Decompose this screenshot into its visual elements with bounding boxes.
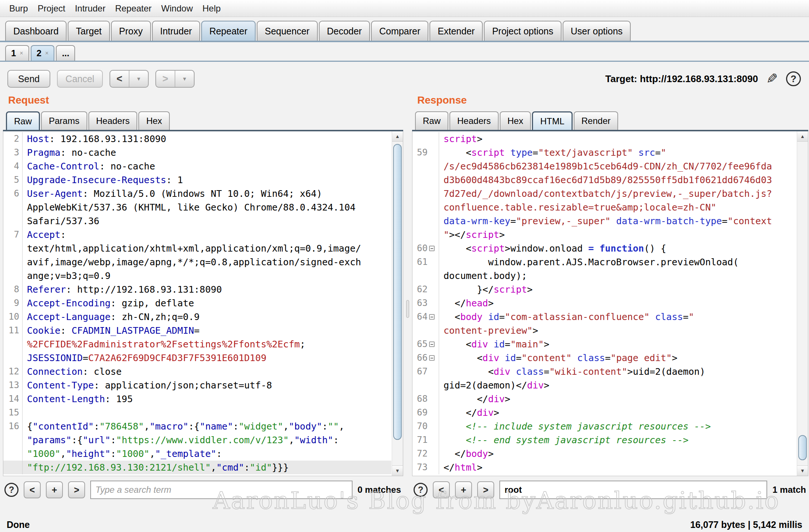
menu-item-window[interactable]: Window xyxy=(156,3,198,14)
menu-item-help[interactable]: Help xyxy=(198,3,225,14)
request-tab-hex[interactable]: Hex xyxy=(138,111,170,130)
fold-slot xyxy=(428,337,436,351)
response-search-input[interactable] xyxy=(499,481,767,499)
fold-toggle-icon[interactable] xyxy=(429,246,435,251)
next-request-button[interactable]: > ▼ xyxy=(155,70,195,88)
line-number: 65 xyxy=(417,337,428,351)
request-editor[interactable]: 2Host: 192.168.93.131:80903Pragma: no-ca… xyxy=(3,131,403,476)
line-number: 64 xyxy=(417,310,428,324)
next-arrow-icon[interactable]: > xyxy=(156,71,175,87)
response-tab-render[interactable]: Render xyxy=(574,111,618,130)
response-metrics: 16,077 bytes | 5,142 millis xyxy=(690,519,802,530)
line-number-gutter xyxy=(412,324,439,337)
line-number: 9 xyxy=(14,296,19,310)
cancel-button[interactable]: Cancel xyxy=(57,70,103,88)
tab-user-options[interactable]: User options xyxy=(563,21,631,41)
search-add-button[interactable]: + xyxy=(455,481,472,498)
code-text: Content-Length: 195 xyxy=(23,392,133,406)
next-dropdown-caret-icon[interactable]: ▼ xyxy=(175,71,194,87)
target-box: Target: http://192.168.93.131:8090 ✎ ? xyxy=(605,71,801,87)
tab-sequencer[interactable]: Sequencer xyxy=(257,21,318,41)
search-prev-match-button[interactable]: < xyxy=(433,481,450,498)
search-prev-match-button[interactable]: < xyxy=(24,481,41,498)
search-add-button[interactable]: + xyxy=(46,481,63,498)
close-tab-icon[interactable]: × xyxy=(45,50,48,57)
repeater-tab-[interactable]: ... xyxy=(56,45,75,61)
tab-repeater[interactable]: Repeater xyxy=(201,21,256,41)
menu-item-repeater[interactable]: Repeater xyxy=(110,3,156,14)
tab-intruder[interactable]: Intruder xyxy=(152,21,200,41)
panel-divider[interactable] xyxy=(403,93,412,502)
help-icon[interactable]: ? xyxy=(4,483,18,497)
fold-slot xyxy=(428,132,436,146)
response-tab-hex[interactable]: Hex xyxy=(500,111,531,130)
repeater-tab-2[interactable]: 2× xyxy=(31,45,55,61)
fold-slot xyxy=(428,324,436,337)
help-icon[interactable]: ? xyxy=(786,71,801,86)
fold-slot xyxy=(428,283,436,296)
fold-toggle-icon[interactable] xyxy=(429,341,435,347)
line-number-gutter: 3 xyxy=(3,146,23,159)
code-text xyxy=(23,406,27,420)
menu-item-intruder[interactable]: Intruder xyxy=(70,3,110,14)
response-view-tabs: RawHeadersHexHTMLRender xyxy=(412,111,808,131)
request-search-input[interactable] xyxy=(90,481,353,499)
code-text: </html> xyxy=(439,461,482,474)
fold-toggle-icon[interactable] xyxy=(429,314,435,320)
line-number-gutter: 13 xyxy=(3,378,23,392)
request-tab-raw[interactable]: Raw xyxy=(6,111,40,130)
code-text: Upgrade-Insecure-Requests: 1 xyxy=(23,173,183,187)
request-scrollbar-thumb[interactable] xyxy=(393,144,402,440)
scroll-down-icon[interactable]: ▼ xyxy=(392,465,403,476)
status-text: Done xyxy=(7,519,30,530)
response-tab-html[interactable]: HTML xyxy=(532,111,572,130)
divider-handle-icon[interactable] xyxy=(406,300,409,318)
prev-arrow-icon[interactable]: < xyxy=(110,71,129,87)
menu-item-burp[interactable]: Burp xyxy=(4,3,33,14)
tab-project-options[interactable]: Project options xyxy=(484,21,561,41)
request-tab-params[interactable]: Params xyxy=(41,111,87,130)
code-line: confluence.table.resizable=true&amp;loca… xyxy=(412,201,796,214)
fold-slot xyxy=(428,392,436,406)
help-icon[interactable]: ? xyxy=(414,483,428,497)
scroll-up-icon[interactable]: ▲ xyxy=(392,131,403,142)
tab-proxy[interactable]: Proxy xyxy=(111,21,151,41)
tab-comparer[interactable]: Comparer xyxy=(371,21,428,41)
close-tab-icon[interactable]: × xyxy=(20,50,23,57)
response-editor[interactable]: script>59 <script type="text/javascript"… xyxy=(412,131,808,476)
prev-dropdown-caret-icon[interactable]: ▼ xyxy=(129,71,148,87)
response-tab-raw[interactable]: Raw xyxy=(415,111,448,130)
tab-decoder[interactable]: Decoder xyxy=(319,21,370,41)
response-tab-headers[interactable]: Headers xyxy=(449,111,499,130)
code-text: Connection: close xyxy=(23,365,122,378)
code-text: /s/ec9d4586cb623814e1989b1c5ceb64d9-CDN/… xyxy=(439,159,772,173)
menu-item-project[interactable]: Project xyxy=(33,3,70,14)
code-line: gid=2(daemon)</div> xyxy=(412,378,796,392)
search-next-match-button[interactable]: > xyxy=(477,481,494,498)
tab-dashboard[interactable]: Dashboard xyxy=(5,21,67,41)
code-line: 73</html> xyxy=(412,461,796,474)
scroll-up-icon[interactable]: ▲ xyxy=(797,131,808,142)
prev-request-button[interactable]: < ▼ xyxy=(109,70,149,88)
response-scrollbar-thumb[interactable] xyxy=(798,435,807,460)
code-line: 2Host: 192.168.93.131:8090 xyxy=(3,132,391,146)
code-line: 10Accept-Language: zh-CN,zh;q=0.9 xyxy=(3,310,391,324)
tab-extender[interactable]: Extender xyxy=(429,21,483,41)
scroll-down-icon[interactable]: ▼ xyxy=(797,465,808,476)
response-scrollbar[interactable]: ▲ ▼ xyxy=(797,131,808,476)
line-number-gutter xyxy=(412,269,439,283)
code-line: 63 </head> xyxy=(412,296,796,310)
response-panel-title: Response xyxy=(417,94,808,106)
search-next-match-button[interactable]: > xyxy=(68,481,85,498)
tab-target[interactable]: Target xyxy=(68,21,109,41)
response-code: script>59 <script type="text/javascript"… xyxy=(412,132,796,476)
edit-target-icon[interactable]: ✎ xyxy=(766,71,778,87)
fold-toggle-icon[interactable] xyxy=(429,355,435,361)
repeater-tab-1[interactable]: 1× xyxy=(5,45,29,61)
line-number: 72 xyxy=(417,447,428,461)
send-button[interactable]: Send xyxy=(7,70,50,88)
request-scrollbar[interactable]: ▲ ▼ xyxy=(392,131,403,476)
line-number-gutter: 73 xyxy=(412,461,439,474)
request-tab-headers[interactable]: Headers xyxy=(88,111,138,130)
code-text: Content-Type: application/json;charset=u… xyxy=(23,378,272,392)
